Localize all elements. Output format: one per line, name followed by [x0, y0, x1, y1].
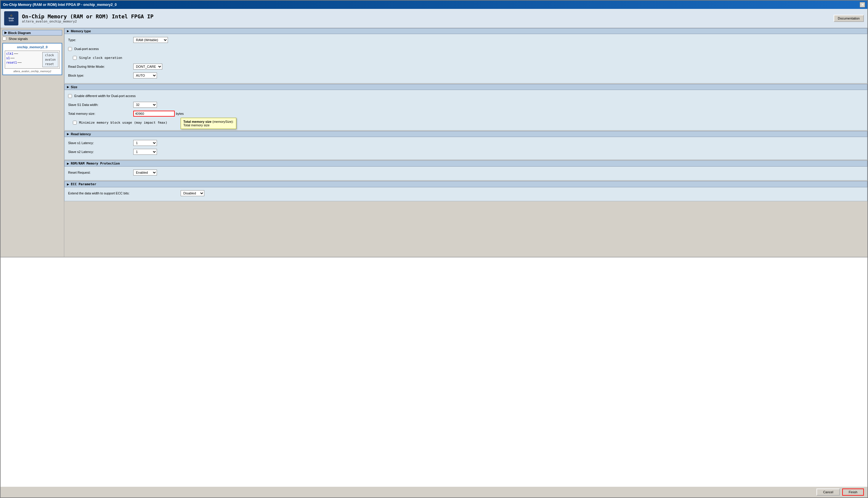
app-subtitle: altera_avalon_onchip_memory2	[22, 19, 153, 23]
read-latency-title: Read latency	[71, 132, 91, 136]
read-during-write-label: Read During Write Mode:	[68, 65, 133, 68]
rom-ram-protection-section: ▶ ROM/RAM Memory Protection Reset Reques…	[64, 160, 867, 181]
triangle-icon: ▶	[4, 31, 7, 35]
diagram-component-name: onchip_memory2_0	[5, 45, 60, 49]
left-ports: clk1 s1 reset1	[6, 52, 22, 67]
minimize-label[interactable]: Minimize memory block usage (may impact …	[73, 121, 167, 124]
dual-port-row: Dual-port access	[68, 45, 864, 52]
enable-diff-width-row: Enable different width for Dual-port acc…	[68, 92, 864, 100]
extend-ecc-row: Extend the data width to support ECC bit…	[68, 190, 864, 197]
slave-s2-latency-select[interactable]: 123	[133, 149, 157, 155]
ecc-body: Extend the data width to support ECC bit…	[64, 187, 867, 201]
type-row: Type: RAM (Writable) ROM (Read-only)	[68, 36, 864, 43]
read-latency-body: Slave s1 Latency: 123 Slave s2 Latency: …	[64, 137, 867, 160]
ecc-header[interactable]: ▶ ECC Parameter	[64, 181, 867, 187]
slave-s1-latency-row: Slave s1 Latency: 123	[68, 139, 864, 146]
dual-port-label[interactable]: Dual-port access	[68, 47, 99, 51]
dual-port-checkbox[interactable]	[68, 47, 72, 51]
bytes-label: bytes	[176, 112, 183, 115]
tooltip-title: Total memory size	[183, 120, 212, 123]
size-section: ▶ Size Enable different width for Dual-p…	[64, 84, 867, 131]
footer: Cancel Finish	[1, 486, 867, 497]
title-bar: On-Chip Memory (RAM or ROM) Intel FPGA I…	[1, 1, 867, 9]
app-title: On-Chip Memory (RAM or ROM) Intel FPGA I…	[22, 13, 153, 19]
diagram-ports: clk1 s1 reset1	[6, 52, 58, 67]
show-signals-label: Show signals	[9, 37, 28, 41]
port-s1: s1	[6, 56, 22, 60]
memory-type-header[interactable]: ▶ Memory type	[64, 28, 867, 34]
right-panel: ▶ Memory type Type: RAM (Writable) ROM (…	[64, 28, 867, 257]
section-triangle-icon: ▶	[67, 30, 69, 32]
bottom-area	[1, 257, 867, 486]
slave-s2-latency-label: Slave s2 Latency:	[68, 150, 133, 154]
finish-button[interactable]: Finish	[842, 488, 864, 496]
slave-s1-width-label: Slave S1 Data width:	[68, 103, 133, 106]
enable-diff-width-checkbox[interactable]	[68, 94, 72, 98]
block-type-select[interactable]: AUTO M9K M10K M20K M144K	[133, 73, 157, 78]
block-diagram-box: onchip_memory2_0 clk1 s1	[2, 43, 62, 75]
tooltip-content: Total memory size (memorySize): Total me…	[183, 120, 234, 127]
slave-s2-latency-row: Slave s2 Latency: 123	[68, 148, 864, 155]
port-clk1: clk1	[6, 52, 22, 55]
rom-ram-title: ROM/RAM Memory Protection	[71, 161, 120, 166]
extend-ecc-label: Extend the data width to support ECC bit…	[68, 192, 181, 195]
single-clock-label[interactable]: Single clock operation	[73, 56, 122, 60]
size-body: Enable different width for Dual-port acc…	[64, 90, 867, 131]
tooltip-box: Total memory size (memorySize): Total me…	[181, 118, 236, 129]
megacore-logo: ⬡ MegaCore	[4, 11, 18, 25]
cancel-button[interactable]: Cancel	[816, 488, 840, 496]
tooltip-description: Total memory size	[183, 123, 210, 127]
port-clock-right: clock	[45, 54, 56, 57]
block-diagram-title: ▶ Block Diagram	[2, 30, 62, 36]
type-label: Type:	[68, 38, 133, 42]
size-title: Size	[71, 85, 77, 89]
enable-diff-width-label[interactable]: Enable different width for Dual-port acc…	[68, 94, 136, 98]
slave-s1-width-row: Slave S1 Data width: 32 16 8 64 128	[68, 101, 864, 108]
slave-s1-latency-select[interactable]: 123	[133, 140, 157, 146]
block-type-row: Block type: AUTO M9K M10K M20K M144K	[68, 72, 864, 79]
memory-type-section: ▶ Memory type Type: RAM (Writable) ROM (…	[64, 28, 867, 83]
main-content: ▶ Block Diagram Show signals onchip_memo…	[1, 28, 867, 257]
minimize-checkbox[interactable]	[73, 121, 77, 124]
size-header[interactable]: ▶ Size	[64, 84, 867, 90]
rom-ram-body: Reset Request: EnabledDisabled	[64, 167, 867, 181]
documentation-button[interactable]: Documentation	[834, 15, 864, 22]
show-signals-checkbox[interactable]	[2, 37, 6, 41]
read-during-write-select[interactable]: DONT_CARE OLD_DATA NEW_DATA	[133, 64, 162, 69]
window-title: On-Chip Memory (RAM or ROM) Intel FPGA I…	[3, 3, 117, 7]
reset-request-label: Reset Request:	[68, 171, 133, 174]
type-select[interactable]: RAM (Writable) ROM (Read-only)	[133, 37, 168, 43]
read-latency-header[interactable]: ▶ Read latency	[64, 131, 867, 137]
port-reset1: reset1	[6, 61, 22, 64]
main-window: On-Chip Memory (RAM or ROM) Intel FPGA I…	[0, 0, 868, 498]
memory-type-title: Memory type	[71, 29, 91, 33]
port-reset-right: reset	[45, 63, 56, 66]
read-during-write-row: Read During Write Mode: DONT_CARE OLD_DA…	[68, 63, 864, 70]
sidebar: ▶ Block Diagram Show signals onchip_memo…	[1, 28, 64, 257]
total-memory-row: Total memory size: 40960 bytes Total mem…	[68, 110, 864, 117]
section-triangle-icon: ▶	[67, 86, 69, 89]
close-button[interactable]: ✕	[860, 2, 865, 8]
diagram-footer: altera_avalon_onchip_memory2	[5, 70, 60, 73]
diagram-center-box: clock avalon reset	[42, 52, 58, 67]
section-triangle-icon: ▶	[67, 162, 69, 165]
read-latency-section: ▶ Read latency Slave s1 Latency: 123 Sla…	[64, 131, 867, 160]
memory-type-body: Type: RAM (Writable) ROM (Read-only) Dua…	[64, 34, 867, 83]
slave-s1-width-select[interactable]: 32 16 8 64 128	[133, 102, 157, 108]
section-triangle-icon: ▶	[67, 133, 69, 135]
memory-size-row: 40960 bytes Total memory size (memorySiz…	[133, 111, 183, 117]
ecc-title: ECC Parameter	[71, 182, 96, 186]
rom-ram-header[interactable]: ▶ ROM/RAM Memory Protection	[64, 160, 867, 167]
diagram-inner: clk1 s1 reset1	[5, 51, 60, 69]
show-signals-row: Show signals	[2, 37, 62, 41]
total-memory-input[interactable]: 40960	[133, 111, 175, 117]
reset-request-select[interactable]: EnabledDisabled	[133, 170, 157, 175]
extend-ecc-select[interactable]: DisabledEnabled	[181, 190, 204, 196]
header-left: ⬡ MegaCore On-Chip Memory (RAM or ROM) I…	[4, 11, 153, 25]
block-type-label: Block type:	[68, 74, 133, 77]
single-clock-row: Single clock operation	[73, 54, 864, 61]
single-clock-checkbox[interactable]	[73, 56, 77, 60]
header: ⬡ MegaCore On-Chip Memory (RAM or ROM) I…	[1, 9, 867, 28]
header-title-area: On-Chip Memory (RAM or ROM) Intel FPGA I…	[22, 13, 153, 23]
total-memory-label: Total memory size:	[68, 112, 133, 115]
